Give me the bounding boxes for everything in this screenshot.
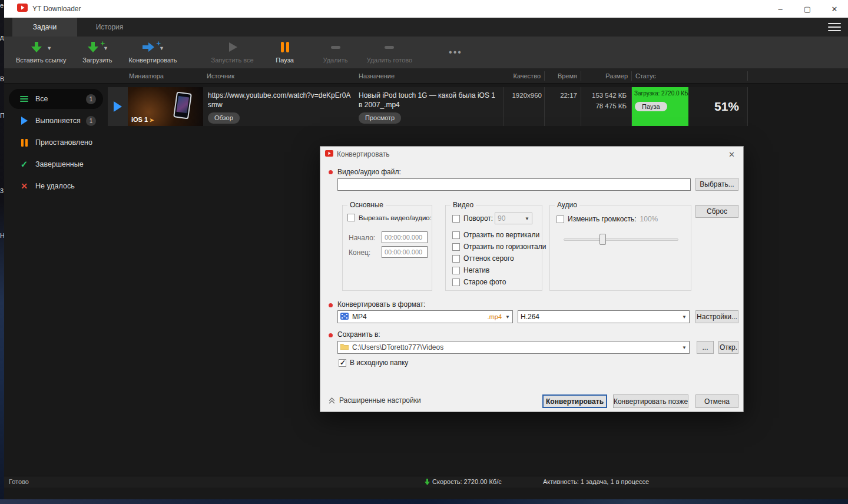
checkbox-icon[interactable] — [452, 267, 460, 274]
format-select[interactable]: MP4 .mp4 ▼ — [337, 310, 513, 323]
pause-button[interactable]: Пауза — [260, 39, 310, 66]
start-all-button[interactable]: Запустить все — [206, 39, 260, 66]
sidebar: Все 1 Выполняется 1 Приостановлено ✓ Зав… — [4, 84, 108, 488]
column-header-source[interactable]: Источник — [203, 72, 355, 79]
end-time-input[interactable] — [382, 246, 428, 258]
browse-folder-button[interactable]: ... — [697, 341, 714, 354]
sidebar-item-running[interactable]: Выполняется 1 — [9, 111, 103, 131]
more-button[interactable]: ••• — [442, 47, 469, 58]
size-total: 153 542 КБ — [581, 91, 627, 101]
volume-label: Изменить громкость: — [568, 215, 637, 223]
rotate-select[interactable]: 90▼ — [495, 213, 532, 224]
flip-vertical-row[interactable]: Отразить по вертикали — [452, 231, 539, 239]
required-dot — [329, 333, 333, 337]
cut-checkbox-row[interactable]: Вырезать видео/аудио: — [347, 214, 432, 221]
start-time-input[interactable] — [382, 231, 428, 243]
download-button[interactable]: + ▼ Загрузить — [72, 39, 122, 66]
checkbox-icon[interactable] — [452, 243, 460, 251]
row-play-button[interactable] — [108, 87, 128, 126]
close-button[interactable]: ✕ — [821, 0, 848, 18]
flip-horizontal-row[interactable]: Отразить по горизонтали — [452, 243, 546, 251]
desktop-letter: B — [0, 75, 4, 82]
paste-link-button[interactable]: ▼ Вставить ссылку — [10, 39, 72, 66]
reset-button[interactable]: Сброс — [695, 205, 738, 218]
checkbox-icon[interactable] — [347, 214, 355, 221]
volume-slider[interactable] — [564, 238, 678, 241]
delete-done-button[interactable]: Удалить готово — [361, 39, 419, 66]
dialog-convert-button[interactable]: Конвертировать — [542, 394, 607, 408]
codec-select[interactable]: H.264 ▼ — [518, 310, 690, 323]
dialog-logo-icon — [325, 150, 333, 159]
checkbox-icon[interactable] — [452, 255, 460, 263]
screen: e д B П 3 H YT Downloader – ▢ ✕ Задачи И… — [0, 0, 848, 504]
open-folder-button[interactable]: Откр. — [718, 341, 738, 354]
old-photo-row[interactable]: Старое фото — [452, 278, 506, 286]
checkbox-icon[interactable] — [452, 215, 460, 223]
required-dot — [329, 170, 333, 174]
column-header-status[interactable]: Статус — [632, 71, 748, 81]
sidebar-item-paused[interactable]: Приостановлено — [9, 132, 103, 152]
desktop-edge-bottom — [0, 499, 848, 504]
option-label: Негатив — [463, 266, 489, 274]
preview-button[interactable]: Просмотр — [359, 112, 401, 124]
start-all-label: Запустить все — [211, 57, 254, 64]
minimize-button[interactable]: – — [767, 0, 794, 18]
end-label: Конец: — [349, 248, 370, 257]
checkbox-icon[interactable] — [452, 231, 460, 239]
tab-tasks[interactable]: Задачи — [12, 18, 77, 37]
chevron-down-icon[interactable]: ▼ — [47, 45, 52, 51]
advanced-settings-link[interactable]: Расширенные настройки — [329, 396, 421, 404]
download-list: iOS 1 https://www.youtube.com/watch?v=de… — [108, 87, 748, 126]
sidebar-item-failed[interactable]: ✕ Не удалось — [9, 176, 103, 196]
convert-later-button[interactable]: Конвертировать позже — [613, 394, 688, 408]
dialog-close-button[interactable]: ✕ — [725, 149, 738, 160]
choose-file-button[interactable]: Выбрать... — [695, 178, 738, 191]
checkbox-icon[interactable] — [452, 278, 460, 286]
dialog-titlebar[interactable]: Конвертировать ✕ — [320, 147, 743, 162]
negative-row[interactable]: Негатив — [452, 266, 489, 274]
thumbnail-phone — [173, 91, 192, 119]
format-settings-button[interactable]: Настройки... — [695, 310, 738, 323]
rotate-checkbox-row[interactable]: Поворот: — [452, 214, 493, 223]
checkbox-icon[interactable] — [556, 215, 564, 223]
window-title: YT Downloader — [32, 5, 81, 13]
chevron-down-icon: ▼ — [522, 216, 529, 221]
video-thumbnail[interactable]: iOS 1 — [128, 87, 203, 126]
cancel-button[interactable]: Отмена — [695, 394, 738, 408]
sidebar-item-all[interactable]: Все 1 — [9, 89, 103, 109]
column-header-quality[interactable]: Качество — [504, 71, 545, 81]
browse-source-button[interactable]: Обзор — [208, 112, 240, 124]
column-header-size[interactable]: Размер — [581, 71, 632, 81]
source-url[interactable]: https://www.youtube.com/watch?v=deKpEr0A… — [208, 91, 352, 110]
checkbox-checked-icon[interactable] — [339, 359, 346, 367]
dialog-title: Конвертировать — [337, 150, 390, 158]
download-row[interactable]: iOS 1 https://www.youtube.com/watch?v=de… — [108, 87, 748, 126]
tab-history[interactable]: История — [77, 18, 142, 37]
convert-button[interactable]: + ▼ Конвертировать — [122, 39, 183, 66]
delete-button[interactable]: Удалить — [310, 39, 361, 66]
play-icon — [18, 117, 30, 125]
slider-thumb[interactable] — [599, 234, 606, 245]
status-bar: Готово Скорость: 2720.00 Кб/с Активность… — [4, 476, 848, 488]
list-icon — [18, 95, 30, 103]
play-icon — [227, 41, 238, 55]
same-folder-row[interactable]: В исходную папку — [339, 359, 408, 367]
tab-strip: Задачи История — [4, 18, 848, 37]
maximize-button[interactable]: ▢ — [794, 0, 821, 18]
delete-label: Удалить — [323, 57, 348, 64]
column-header-time[interactable]: Время — [545, 71, 581, 81]
column-header-destination[interactable]: Назначение — [355, 72, 504, 79]
required-dot — [329, 303, 333, 307]
grayscale-row[interactable]: Оттенок серого — [452, 254, 514, 263]
volume-value: 100% — [640, 215, 658, 223]
hamburger-menu-icon[interactable] — [828, 22, 841, 32]
row-pause-button[interactable]: Пауза — [635, 102, 667, 111]
group-video: Видео Поворот: 90▼ Отразить по вертикали… — [445, 205, 542, 291]
quality-cell: 1920x960 — [504, 87, 545, 126]
sidebar-item-completed[interactable]: ✓ Завершенные — [9, 154, 103, 174]
save-path-select[interactable]: C:\Users\DToretto777\Videos ▼ — [337, 341, 690, 354]
window-titlebar[interactable]: YT Downloader – ▢ ✕ — [4, 0, 848, 18]
file-input[interactable] — [337, 178, 691, 191]
column-header-thumbnail[interactable]: Миниатюра — [108, 72, 203, 79]
volume-checkbox-row[interactable]: Изменить громкость: 100% — [556, 215, 658, 223]
